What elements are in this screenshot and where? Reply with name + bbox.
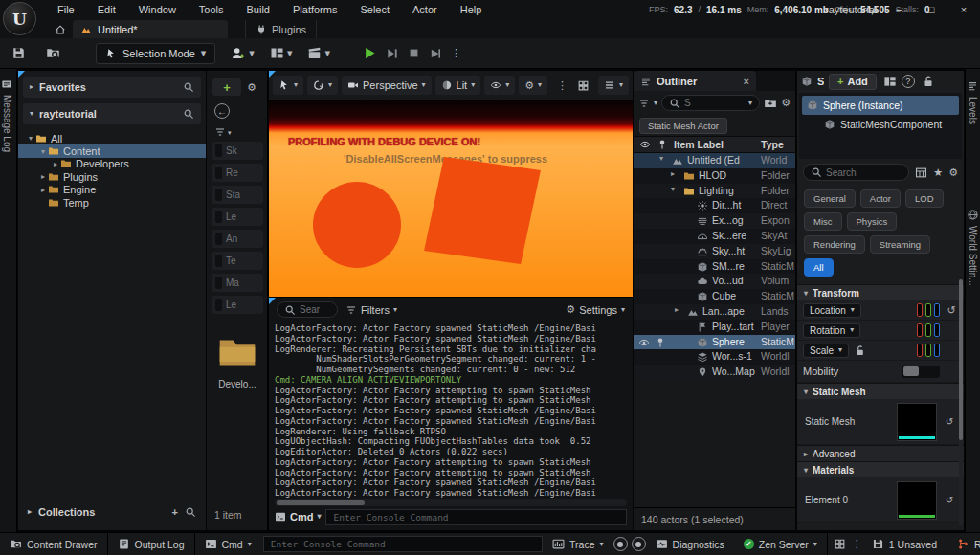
viewport-settings-dropdown[interactable]: ⚙▾ (519, 76, 547, 95)
menu-platforms[interactable]: Platforms (281, 0, 348, 19)
maximize-button[interactable]: □ (915, 0, 947, 19)
menu-tools[interactable]: Tools (188, 0, 235, 19)
home-button[interactable] (50, 21, 71, 38)
add-collection-button[interactable]: + (172, 507, 178, 518)
outliner-search-box[interactable]: ▾ (661, 95, 760, 111)
folder-tree-item-engine[interactable]: ▸Engine (18, 184, 206, 196)
search-icon[interactable] (185, 506, 196, 518)
tab-untitled-level[interactable]: Untitled* (73, 20, 228, 38)
log-console-input[interactable] (325, 509, 627, 525)
close-icon[interactable]: × (744, 76, 749, 87)
content-drawer-button[interactable]: Content Drawer (0, 533, 107, 555)
outliner-row-lighting[interactable]: ▾LightingFolder (634, 184, 795, 199)
menu-edit[interactable]: Edit (86, 0, 127, 19)
sphere-mesh[interactable] (313, 182, 401, 268)
asset-filter-item[interactable]: Re (212, 164, 263, 182)
log-settings-dropdown[interactable]: ⚙ Settings ▾ (566, 304, 625, 316)
show-flags-dropdown[interactable]: ▾ (484, 76, 515, 95)
add-component-button[interactable]: + Add (829, 74, 877, 90)
filter-chip-all[interactable]: All (804, 258, 834, 277)
type-column[interactable]: Type (761, 139, 784, 150)
unlock-icon[interactable] (922, 75, 935, 88)
add-actor-dropdown[interactable]: ▾ (231, 46, 255, 61)
reset-static-mesh-button[interactable]: ↺ (943, 416, 956, 427)
log-horizontal-scrollbar[interactable] (275, 500, 627, 506)
trace-snapshot-button[interactable] (613, 537, 628, 551)
rotation-xyz-fields[interactable] (917, 323, 940, 337)
details-search-box[interactable] (803, 164, 909, 181)
pin-column-icon[interactable] (657, 139, 668, 150)
insights-button[interactable] (828, 533, 852, 555)
browse-content-button[interactable] (40, 42, 65, 65)
reset-material-button[interactable]: ↺ (943, 495, 956, 505)
chevron-down-icon[interactable]: ▾ (671, 185, 675, 193)
skip-to-end-button[interactable] (429, 47, 442, 60)
static-mesh-section-header[interactable]: ▾ Static Mesh (797, 383, 964, 399)
outliner-row-vo-ud[interactable]: Vo...udVolum (634, 274, 795, 289)
snapping-dropdown[interactable]: ▾ (307, 76, 338, 95)
scrollbar-thumb[interactable] (277, 500, 365, 505)
kebab-icon[interactable]: ⋮ (451, 48, 461, 58)
log-filters-dropdown[interactable]: Filters ▾ (345, 304, 397, 316)
editor-mode-dropdown[interactable]: Selection Mode ▾ (96, 43, 215, 64)
menu-select[interactable]: Select (348, 0, 401, 19)
location-dropdown[interactable]: Location▾ (803, 303, 861, 318)
filter-button[interactable]: ▾ (214, 126, 267, 138)
log-search-box[interactable] (277, 301, 338, 318)
location-xyz-fields[interactable] (917, 303, 940, 317)
outliner-row-lan-ape[interactable]: ▸Lan...apeLands (634, 304, 795, 320)
asset-filter-item[interactable]: Ma (212, 274, 263, 292)
zen-server-dropdown[interactable]: ✓ Zen Server ▾ (734, 533, 827, 555)
scrollbar-thumb[interactable] (959, 279, 963, 440)
scale-xyz-fields[interactable] (917, 344, 940, 357)
back-button[interactable]: ← (214, 103, 230, 119)
asset-filter-item[interactable]: Le (212, 208, 263, 226)
help-icon[interactable]: ? (902, 75, 915, 88)
blueprint-icon[interactable] (883, 75, 897, 88)
display-options-icon[interactable] (915, 166, 927, 179)
blueprints-dropdown[interactable]: ▾ (270, 46, 293, 60)
viewport-scene[interactable]: PROFILING WITH DEBUG DEVICE ON! 'Disable… (269, 100, 633, 297)
materials-section-header[interactable]: ▾ Materials (797, 461, 964, 477)
cube-mesh[interactable] (424, 157, 541, 264)
outliner-row-play-tart[interactable]: Play...tartPlayer (634, 320, 795, 335)
menu-actor[interactable]: Actor (401, 0, 449, 19)
filter-chip-physics[interactable]: Physics (847, 212, 898, 231)
chevron-right-icon[interactable]: ▸ (671, 169, 675, 178)
status-console-input[interactable] (263, 536, 543, 552)
frame-skip-button[interactable] (386, 47, 399, 60)
collections-header[interactable]: ▸ Collections + (18, 501, 206, 522)
diagnostics-button[interactable]: Diagnostics (646, 533, 734, 555)
component-node-staticmesh[interactable]: StaticMeshComponent (819, 115, 959, 134)
favorites-header[interactable]: ▸ Favorites (23, 77, 201, 98)
filter-chip-misc[interactable]: Misc (804, 212, 842, 231)
revision-control-button[interactable]: Re (947, 533, 980, 555)
static-mesh-thumbnail[interactable] (897, 403, 937, 441)
chevron-down-icon[interactable]: ▾ (659, 154, 663, 163)
outliner-row-wo-map[interactable]: Wo...MapWorldl (634, 365, 795, 380)
log-search-input[interactable] (300, 304, 330, 315)
asset-filter-item[interactable]: Sk (212, 142, 263, 160)
status-cmd-dropdown[interactable]: Cmd ▾ (195, 533, 261, 555)
details-search-input[interactable] (826, 167, 902, 178)
trace-bookmark-button[interactable] (632, 537, 646, 551)
trace-dropdown[interactable]: Trace ▾ (543, 533, 612, 555)
outliner-row-sm-re[interactable]: SM...reStaticM (634, 259, 795, 275)
folder-tree-item-developers[interactable]: ▸Developers (18, 158, 206, 170)
mobility-toggle[interactable] (902, 366, 940, 378)
outliner-search-input[interactable] (684, 98, 745, 108)
outliner-tab[interactable]: Outliner × (634, 71, 756, 91)
folder-tree-item-content[interactable]: ▾Content (18, 144, 206, 157)
filter-icon[interactable] (638, 98, 650, 109)
log-cmd-dropdown[interactable]: Cmd ▾ (275, 511, 321, 522)
menu-help[interactable]: Help (449, 0, 494, 19)
transform-tool-dropdown[interactable]: ▾ (273, 76, 303, 95)
pin-icon[interactable] (655, 337, 666, 350)
folder-tree-item-plugins[interactable]: ▸Plugins (18, 170, 206, 183)
gear-icon[interactable]: ⚙ (247, 82, 256, 93)
add-asset-button[interactable]: + (212, 78, 241, 96)
component-node-sphere[interactable]: Sphere (Instance) (802, 96, 959, 115)
view-mode-dropdown[interactable]: Lit▾ (435, 76, 481, 95)
minimize-button[interactable]: − (882, 0, 915, 19)
favorites-star-icon[interactable]: ★ (933, 167, 943, 178)
